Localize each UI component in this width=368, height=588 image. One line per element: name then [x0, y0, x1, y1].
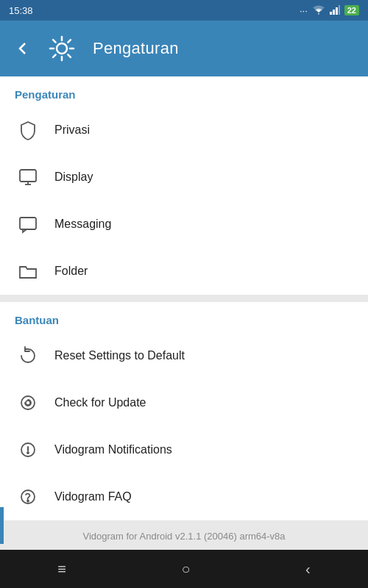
main-content: Pengaturan Privasi Display Messagin [0, 76, 368, 551]
messaging-icon [15, 211, 41, 237]
battery-indicator: 22 [344, 5, 359, 15]
svg-rect-0 [330, 12, 332, 15]
svg-rect-2 [336, 7, 338, 15]
messaging-label: Messaging [54, 218, 111, 231]
svg-line-11 [68, 40, 71, 43]
section-pengaturan-label: Pengaturan [0, 76, 368, 107]
update-icon [15, 390, 41, 416]
notifications-label: Vidogram Notifications [54, 443, 172, 456]
footer: Vidogram for Android v2.1.1 (20046) arm6… [0, 520, 368, 551]
signal-dots: ··· [300, 5, 308, 16]
svg-line-12 [53, 54, 56, 57]
svg-point-18 [26, 401, 30, 405]
svg-rect-16 [20, 218, 36, 229]
svg-rect-13 [20, 170, 36, 182]
display-icon [15, 164, 41, 190]
folder-icon [15, 258, 41, 284]
svg-line-10 [68, 54, 71, 57]
reset-icon [15, 343, 41, 369]
faq-label: Vidogram FAQ [54, 490, 132, 503]
update-label: Check for Update [54, 396, 146, 409]
header-title: Pengaturan [93, 39, 179, 58]
svg-line-9 [53, 40, 56, 43]
back-button[interactable] [15, 40, 31, 57]
wifi-icon [312, 4, 325, 17]
privasi-label: Privasi [54, 123, 90, 137]
svg-point-23 [27, 501, 29, 502]
footer-text: Vidogram for Android v2.1.1 (20046) arm6… [82, 531, 285, 542]
status-time: 15:38 [9, 5, 33, 16]
svg-point-17 [21, 396, 35, 409]
menu-item-messaging[interactable]: Messaging [0, 201, 368, 248]
section-divider [0, 295, 368, 302]
menu-item-display[interactable]: Display [0, 154, 368, 201]
shield-icon [15, 117, 41, 143]
nav-home-button[interactable]: ○ [181, 561, 190, 578]
settings-icon [46, 32, 78, 65]
status-icons: ··· 22 [300, 4, 359, 17]
status-bar: 15:38 ··· 22 [0, 0, 368, 21]
menu-item-update[interactable]: Check for Update [0, 379, 368, 426]
side-indicator [0, 507, 4, 544]
nav-back-button[interactable]: ‹ [305, 561, 311, 578]
display-label: Display [54, 171, 93, 184]
menu-item-privasi[interactable]: Privasi [0, 107, 368, 154]
folder-label: Folder [54, 265, 88, 278]
svg-point-21 [27, 452, 29, 453]
notifications-icon [15, 437, 41, 463]
menu-item-reset[interactable]: Reset Settings to Default [0, 332, 368, 379]
faq-icon [15, 484, 41, 510]
section-bantuan-label: Bantuan [0, 302, 368, 332]
signal-icon [330, 4, 340, 17]
menu-item-folder[interactable]: Folder [0, 248, 368, 295]
svg-point-4 [57, 43, 67, 54]
reset-label: Reset Settings to Default [54, 349, 185, 362]
header: Pengaturan [0, 21, 368, 76]
svg-rect-3 [339, 5, 340, 15]
nav-menu-button[interactable]: ≡ [57, 561, 66, 578]
svg-rect-1 [333, 10, 335, 15]
navigation-bar: ≡ ○ ‹ [0, 550, 368, 588]
menu-item-faq[interactable]: Vidogram FAQ [0, 473, 368, 520]
menu-item-notifications[interactable]: Vidogram Notifications [0, 426, 368, 473]
